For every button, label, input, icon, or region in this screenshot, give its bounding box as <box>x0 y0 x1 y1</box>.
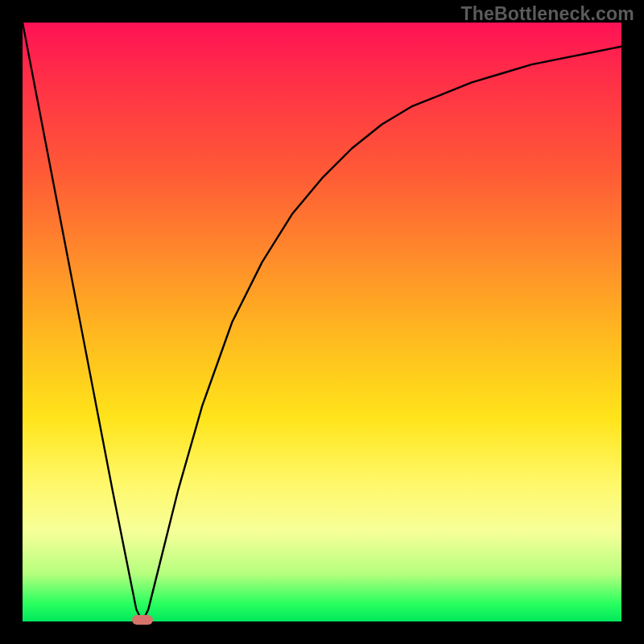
plot-area <box>23 23 621 621</box>
minimum-marker <box>132 615 153 625</box>
curve-svg <box>23 23 621 621</box>
bottleneck-curve <box>23 23 621 621</box>
watermark-text: TheBottleneck.com <box>460 3 634 25</box>
chart-frame: TheBottleneck.com <box>0 0 644 644</box>
